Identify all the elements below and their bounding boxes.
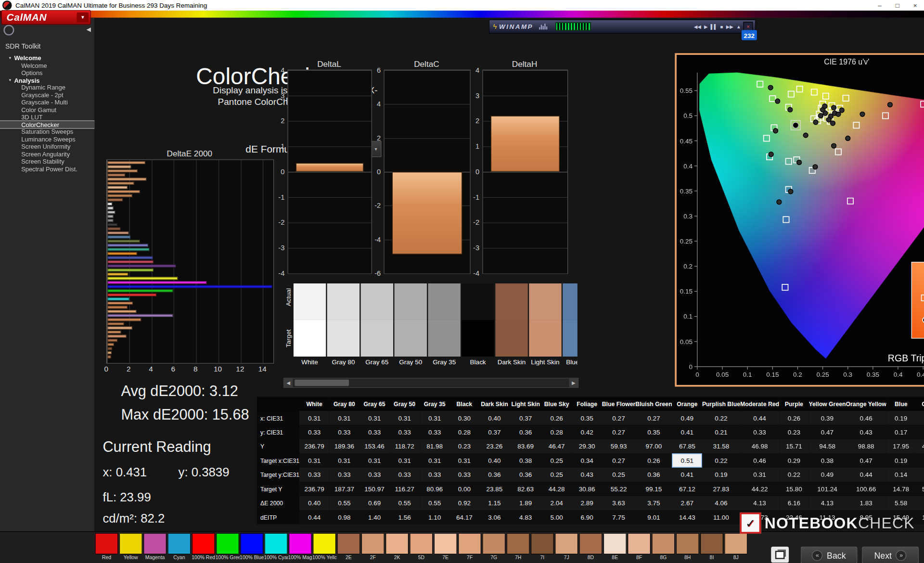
patch-2k[interactable]: 2K [385, 533, 409, 560]
table-cell[interactable]: 14.43 [672, 510, 702, 524]
table-cell[interactable]: 1.15 [479, 496, 510, 510]
table-cell[interactable]: 0.44 [299, 510, 329, 524]
table-cell[interactable]: 44.28 [541, 482, 572, 496]
sidebar-item-colorchecker[interactable]: ColorChecker [0, 121, 94, 128]
table-cell[interactable]: 0.19 [886, 453, 916, 467]
table-cell[interactable]: 0.28 [541, 425, 572, 439]
table-cell[interactable]: 0.36 [510, 468, 541, 482]
table-cell[interactable]: 101.24 [808, 482, 846, 496]
table-cell[interactable]: 3.75 [635, 496, 672, 510]
table-cell[interactable]: 1.10 [420, 510, 450, 524]
table-cell[interactable]: 0.55 [389, 496, 420, 510]
table-cell[interactable]: 15.71 [779, 439, 808, 453]
table-cell[interactable]: 0.31 [916, 453, 924, 467]
table-cell[interactable]: 0.34 [572, 453, 602, 467]
table-cell[interactable]: 189.36 [329, 439, 359, 453]
layout-stack-button[interactable] [771, 547, 789, 563]
table-cell[interactable]: 0.46 [740, 453, 779, 467]
table-cell[interactable]: 0.43 [846, 425, 886, 439]
table-cell[interactable]: 0.42 [572, 425, 602, 439]
table-cell[interactable]: 0.40 [299, 496, 329, 510]
table-cell[interactable]: 1.40 [359, 510, 390, 524]
patch-red[interactable]: Red [94, 533, 118, 560]
table-cell[interactable]: 0.31 [420, 453, 450, 467]
sidebar-item-3d-lut[interactable]: 3D LUT [0, 114, 94, 121]
table-cell[interactable]: 67.12 [672, 482, 702, 496]
table-cell[interactable]: 0.27 [602, 411, 636, 425]
table-cell[interactable]: 30.86 [572, 482, 602, 496]
table-cell[interactable]: 0.27 [635, 411, 672, 425]
table-cell[interactable]: 0.44 [740, 411, 779, 425]
table-cell[interactable]: 1.83 [846, 496, 886, 510]
table-cell[interactable]: 81.98 [420, 439, 450, 453]
table-cell[interactable]: 0.49 [916, 468, 924, 482]
table-cell[interactable]: 1.89 [510, 496, 541, 510]
table-cell[interactable]: 23.26 [479, 439, 510, 453]
table-cell[interactable]: 0.31 [740, 468, 779, 482]
patch-7j[interactable]: 7J [554, 533, 578, 560]
table-cell[interactable]: 0.38 [510, 453, 541, 467]
sidebar-item-saturation-sweeps[interactable]: Saturation Sweeps [0, 128, 94, 135]
table-cell[interactable]: 0.49 [672, 411, 702, 425]
patch-7i[interactable]: 7I [530, 533, 554, 560]
table-cell[interactable]: 0.33 [449, 468, 479, 482]
table-cell[interactable]: 0.31 [329, 453, 359, 467]
sidebar-item-screen-uniformity[interactable]: Screen Uniformity [0, 143, 94, 150]
patch-100-blue[interactable]: 100% Blue [240, 533, 264, 560]
patch-100-cyan[interactable]: 100% Cyan [264, 533, 288, 560]
calman-logo-button[interactable]: CalMAN ▼ [1, 10, 90, 25]
table-cell[interactable]: 0.55 [329, 496, 359, 510]
table-cell[interactable]: 23.85 [479, 482, 510, 496]
scroll-right-icon[interactable]: ▶ [569, 378, 578, 387]
swatch-gray-80[interactable]: Gray 80 [327, 283, 359, 366]
table-cell[interactable]: 0.26 [635, 453, 672, 467]
table-cell[interactable]: 0.33 [359, 425, 390, 439]
table-cell[interactable]: 118.72 [389, 439, 420, 453]
patch-7e[interactable]: 7E [434, 533, 458, 560]
table-cell[interactable]: 0.35 [635, 425, 672, 439]
table-cell[interactable]: 4.13 [740, 496, 779, 510]
patch-8d[interactable]: 8D [578, 533, 603, 560]
table-cell[interactable]: 150.97 [359, 482, 390, 496]
table-cell[interactable]: 0.36 [479, 468, 510, 482]
table-cell[interactable]: 0.36 [635, 468, 672, 482]
winamp-transport-button[interactable]: ▌▌ [711, 24, 718, 29]
close-button[interactable]: × [906, 0, 924, 11]
table-cell[interactable]: 0.33 [329, 468, 359, 482]
table-cell[interactable]: 0.43 [572, 468, 602, 482]
table-cell[interactable]: 0.31 [389, 453, 420, 467]
table-cell[interactable]: 0.40 [479, 411, 510, 425]
patch-8i[interactable]: 8I [700, 533, 724, 560]
table-cell[interactable]: 0.35 [572, 411, 602, 425]
table-cell[interactable]: 0.33 [389, 468, 420, 482]
table-cell[interactable]: 59.93 [602, 439, 636, 453]
maximize-button[interactable]: □ [888, 0, 906, 11]
table-cell[interactable]: 14.78 [886, 482, 916, 496]
table-cell[interactable]: 0.23 [449, 439, 479, 453]
table-cell[interactable]: 4.06 [702, 496, 740, 510]
swatch-scrollbar[interactable]: ◀ ▶ [283, 378, 578, 388]
table-cell[interactable]: 0.30 [449, 411, 479, 425]
table-cell[interactable]: 0.33 [389, 425, 420, 439]
table-cell[interactable]: 236.79 [299, 482, 329, 496]
swatch-black[interactable]: Black [462, 283, 494, 366]
table-cell[interactable]: 15.80 [779, 482, 808, 496]
table-cell[interactable]: 0.39 [808, 411, 846, 425]
table-cell[interactable]: 0.46 [846, 411, 886, 425]
patch-8j[interactable]: 8J [724, 533, 748, 560]
table-cell[interactable]: 0.31 [449, 453, 479, 467]
table-cell[interactable]: 4.13 [808, 496, 846, 510]
table-cell[interactable]: 29.30 [572, 439, 602, 453]
table-cell[interactable]: 0.33 [740, 425, 779, 439]
sidebar-section-analysis[interactable]: ▼Analysis [0, 77, 94, 84]
table-cell[interactable]: 0.47 [846, 453, 886, 467]
sidebar-item-grayscale-2pt[interactable]: Grayscale - 2pt [0, 91, 94, 99]
table-cell[interactable]: 0.28 [449, 425, 479, 439]
table-cell[interactable]: 0.31 [359, 453, 390, 467]
table-cell[interactable]: 2.67 [672, 496, 702, 510]
table-cell[interactable]: 0.41 [672, 425, 702, 439]
table-cell[interactable]: 46.47 [541, 439, 572, 453]
table-cell[interactable]: 3.63 [602, 496, 636, 510]
table-cell[interactable]: 0.98 [329, 510, 359, 524]
swatch-blue-sky[interactable]: Blue Sky [563, 283, 578, 366]
